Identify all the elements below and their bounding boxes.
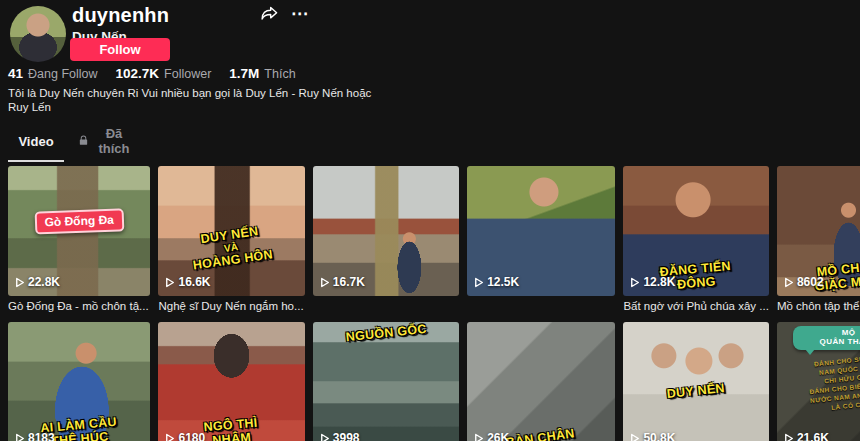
likes-count: 1.7M [229, 66, 259, 81]
tab-videos-label: Video [18, 134, 53, 149]
video-thumbnail[interactable]: 16.7K [313, 166, 459, 296]
view-count-badge: 8602 [783, 275, 824, 289]
video-thumbnail[interactable]: ĐẶNG TIẾNĐÔNG 12.8K [623, 166, 769, 296]
video-caption[interactable] [467, 300, 615, 314]
video-thumbnail[interactable]: Gò Đống Đa 22.8K [8, 166, 150, 296]
lock-icon [78, 134, 89, 149]
more-options-icon[interactable]: ⋯ [291, 9, 309, 19]
video-thumbnail[interactable]: 12.5K [467, 166, 615, 296]
tab-liked[interactable]: Đã thích [78, 124, 134, 162]
share-icon[interactable] [260, 4, 279, 23]
play-icon [319, 433, 330, 441]
play-icon [164, 277, 175, 288]
video-card: Gò Đống Đa 22.8K Gò Đống Đa - mồ chôn tậ… [8, 166, 150, 314]
view-count: 8183 [28, 431, 55, 441]
view-count: 12.5K [487, 275, 519, 289]
video-card: AI LÀM CẦUTHÊ HÚC 8183 Thần Siêu người c… [8, 322, 150, 441]
video-card: NGÔ THÌNHẬM 6180 Cái chết tức tưởi của d… [158, 322, 304, 441]
follower-label: Follower [164, 67, 211, 81]
play-icon [783, 277, 794, 288]
following-label: Đang Follow [28, 67, 97, 81]
page-title-username: duynenhn [72, 2, 169, 28]
video-card: MỒ CHÔNGIẶC MINH 8602 Mồ chôn tập thể 60… [777, 166, 860, 314]
view-count-badge: 3998 [319, 431, 360, 441]
view-count: 6180 [178, 431, 205, 441]
video-thumbnail[interactable]: AI LÀM CẦUTHÊ HÚC 8183 [8, 322, 150, 441]
video-thumbnail[interactable]: NGUỒN GỐC 3998 [313, 322, 459, 441]
video-caption[interactable]: Nghệ sĩ Duy Nến ngắm ho... [158, 300, 304, 314]
play-icon [783, 433, 794, 441]
tab-videos[interactable]: Video [8, 124, 64, 162]
overlay-line: Gò Đống Đa [34, 208, 124, 235]
video-card: 12.5K [467, 166, 615, 314]
video-card: NGUỒN GỐC 3998 Nguồn gốc và ý nghĩa của … [313, 322, 459, 441]
view-count: 22.8K [28, 275, 60, 289]
view-count-badge: 8183 [14, 431, 55, 441]
video-card: ĐÁNH CHO SỬ TRINAM QUỐC ANHCHI HỮU CHỦĐÁ… [777, 322, 860, 441]
view-count-badge: 21.6K [783, 431, 829, 441]
view-count-badge: 16.6K [164, 275, 210, 289]
video-caption[interactable] [313, 300, 459, 314]
video-thumbnail[interactable]: BÀN CHÂNSƠN TINH 26K [467, 322, 615, 441]
play-icon [14, 433, 25, 441]
view-count-badge: 16.7K [319, 275, 365, 289]
view-count-badge: 50.8K [629, 431, 675, 441]
stats-row: 41 Đang Follow 102.7K Follower 1.7M Thíc… [0, 58, 860, 81]
overlay-line: VÀ [158, 232, 304, 263]
view-count: 26K [487, 431, 509, 441]
play-icon [473, 277, 484, 288]
view-count-badge: 12.5K [473, 275, 519, 289]
carved-stone-text: ĐÁNH CHO SỬ TRINAM QUỐC ANHCHI HỮU CHỦĐÁ… [777, 349, 860, 418]
video-thumbnail[interactable]: MỒ CHÔNGIẶC MINH 8602 [777, 166, 860, 296]
video-caption[interactable]: Gò Đống Đa - mồ chôn tậ... [8, 300, 150, 314]
video-card: BÀN CHÂNSƠN TINH 26K Bàn Chân Khổng Lồ -… [467, 322, 615, 441]
tab-bar: Video Đã thích [0, 114, 860, 162]
overlay-line: MỘ [795, 329, 860, 338]
overlay-line: NGUỒN GỐC [313, 322, 459, 348]
play-icon [319, 277, 330, 288]
view-count: 16.7K [333, 275, 365, 289]
view-count: 8602 [797, 275, 824, 289]
thumbnail-overlay-text: DUY NẾNVÀHOÀNG HÔN [158, 218, 304, 277]
video-card: DUY NẾN 50.8K Con lật đật Duy Nến ... [623, 322, 769, 441]
video-thumbnail[interactable]: NGÔ THÌNHẬM 6180 [158, 322, 304, 441]
thumbnail-overlay-text: Gò Đống Đa [8, 208, 150, 236]
follower-count: 102.7K [116, 66, 160, 81]
thumbnail-overlay-text: MỘQUÂN THANH [793, 326, 860, 350]
view-count-badge: 22.8K [14, 275, 60, 289]
thumbnail-overlay-text: NGUỒN GỐC [313, 322, 459, 348]
tab-liked-label: Đã thích [94, 126, 134, 156]
video-caption[interactable]: Mồ chôn tập thể 60 nghìn ... [777, 300, 860, 314]
overlay-line: DUY NẾN [158, 218, 303, 252]
view-count: 12.8K [643, 275, 675, 289]
overlay-line: DUY NẾN [623, 376, 769, 405]
follow-button[interactable]: Follow [70, 38, 170, 61]
stat-following[interactable]: 41 Đang Follow [8, 66, 98, 81]
view-count: 21.6K [797, 431, 829, 441]
following-count: 41 [8, 66, 23, 81]
view-count-badge: 6180 [164, 431, 205, 441]
overlay-line: QUÂN THANH [795, 338, 860, 347]
play-icon [473, 433, 484, 441]
stat-likes[interactable]: 1.7M Thích [229, 66, 295, 81]
view-count: 50.8K [643, 431, 675, 441]
thumbnail-overlay-text: DUY NẾN [623, 376, 769, 405]
video-grid: Gò Đống Đa 22.8K Gò Đống Đa - mồ chôn tậ… [0, 162, 860, 441]
play-icon [164, 433, 175, 441]
video-card: 16.7K [313, 166, 459, 314]
video-thumbnail[interactable]: ĐÁNH CHO SỬ TRINAM QUỐC ANHCHI HỮU CHỦĐÁ… [777, 322, 860, 441]
play-icon [629, 277, 640, 288]
video-caption[interactable]: Bất ngờ với Phủ chúa xây ... [623, 300, 769, 314]
stat-followers[interactable]: 102.7K Follower [116, 66, 212, 81]
video-thumbnail[interactable]: DUY NẾN 50.8K [623, 322, 769, 441]
play-icon [629, 433, 640, 441]
video-thumbnail[interactable]: DUY NẾNVÀHOÀNG HÔN 16.6K [158, 166, 304, 296]
play-icon [14, 277, 25, 288]
profile-header: duynenhn Duy Nến Follow ⋯ [0, 0, 860, 58]
bio-text: Tôi là Duy Nến chuyên Ri Vui nhiều bạn g… [0, 81, 385, 114]
likes-label: Thích [264, 67, 295, 81]
view-count: 3998 [333, 431, 360, 441]
video-card: ĐẶNG TIẾNĐÔNG 12.8K Bất ngờ với Phủ chúa… [623, 166, 769, 314]
avatar[interactable] [10, 6, 66, 62]
overlay-line: HOÀNG HÔN [160, 243, 305, 277]
